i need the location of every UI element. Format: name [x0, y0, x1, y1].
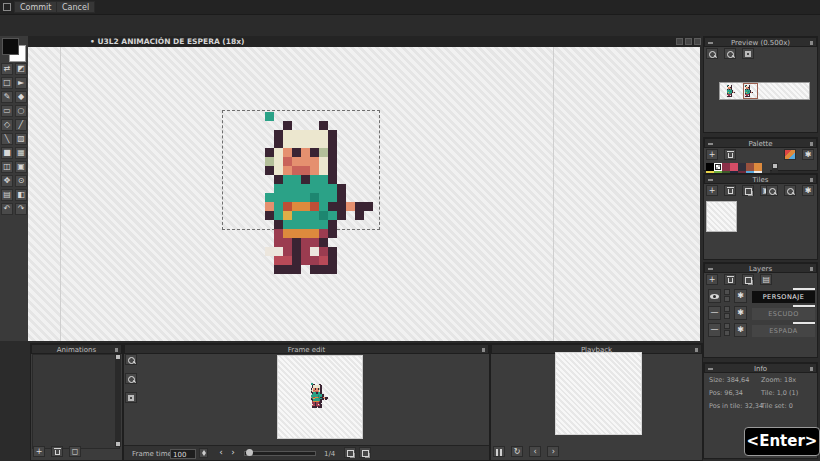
frame-slider[interactable] [244, 451, 316, 456]
pin-icon[interactable] [810, 267, 813, 271]
layer-row-espada[interactable]: —✱ESPADA [706, 322, 817, 338]
foreground-color-swatch[interactable] [2, 38, 19, 55]
pin-icon[interactable] [482, 348, 485, 352]
tool-knife[interactable]: ◇ [1, 119, 13, 131]
layer-visibility-toggle[interactable]: — [708, 323, 721, 337]
scroll-down-icon[interactable] [116, 442, 120, 446]
prev-frame-button[interactable]: ‹ [216, 447, 226, 458]
zoom-in-icon[interactable] [766, 185, 778, 196]
layer-visibility-toggle[interactable]: — [708, 306, 721, 320]
collapse-icon[interactable] [708, 368, 713, 370]
palette-swatch-0-3[interactable] [730, 163, 738, 171]
step-forward-button[interactable]: › [547, 446, 559, 457]
tool-marquee-select[interactable]: □ [1, 77, 13, 89]
tool-default-colors[interactable]: ◩ [15, 63, 27, 75]
window-close-button[interactable] [694, 38, 701, 45]
grid-toggle-icon[interactable] [742, 48, 754, 59]
select-animation-button[interactable]: ◻ [69, 446, 81, 457]
grid-toggle-icon[interactable] [125, 392, 137, 403]
layer-settings-gear-icon[interactable]: ✱ [734, 289, 747, 303]
merge-layer-button[interactable]: ▤ [760, 274, 772, 285]
zoom-in-icon[interactable] [125, 354, 137, 365]
duplicate-layer-button[interactable] [742, 274, 754, 285]
next-frame-button[interactable]: › [228, 447, 238, 458]
layer-mini-toggle[interactable] [724, 313, 730, 319]
scroll-up-icon[interactable] [116, 355, 120, 359]
pin-icon[interactable] [810, 178, 813, 182]
tool-stamp[interactable]: ▣ [15, 161, 27, 173]
palette-swatch-0-0[interactable] [706, 163, 714, 171]
layer-settings-gear-icon[interactable]: ✱ [734, 306, 747, 320]
delete-layer-button[interactable] [724, 274, 736, 285]
window-maximize-button[interactable] [685, 38, 692, 45]
tool-swap-colors[interactable]: ⇄ [1, 63, 13, 75]
layer-visibility-toggle[interactable] [708, 289, 721, 303]
onion-next-icon[interactable] [359, 447, 371, 458]
pause-button[interactable] [493, 446, 505, 457]
layer-mini-toggle[interactable] [724, 289, 730, 295]
layer-opacity-slider[interactable] [793, 288, 815, 290]
tool-hand[interactable]: ✥ [1, 175, 13, 187]
onion-prev-icon[interactable] [344, 447, 356, 458]
tool-zoom[interactable]: ⊙ [15, 175, 27, 187]
tool-tile-grid[interactable]: ▤ [1, 189, 13, 201]
scroll-up-icon[interactable] [773, 164, 777, 168]
collapse-icon[interactable] [708, 179, 713, 181]
loop-button[interactable]: ↻ [511, 446, 523, 457]
layer-mini-toggle[interactable] [724, 323, 730, 329]
step-back-button[interactable]: ‹ [529, 446, 541, 457]
color-picker-icon[interactable] [784, 149, 796, 160]
layer-row-escudo[interactable]: —✱ESCUDO [706, 305, 817, 321]
animations-list[interactable] [32, 354, 120, 449]
tool-line[interactable]: ╲ [1, 133, 13, 145]
add-animation-button[interactable]: + [33, 446, 45, 457]
layer-opacity-slider[interactable] [793, 305, 815, 307]
pin-icon[interactable] [695, 348, 698, 352]
tool-ellipse[interactable]: ○ [15, 105, 27, 117]
pin-icon[interactable] [810, 41, 813, 45]
tool-pencil[interactable]: ✎ [1, 91, 13, 103]
palette-swatch-0-5[interactable] [746, 163, 754, 171]
layer-name[interactable]: ESPADA [752, 325, 815, 337]
collapse-icon[interactable] [708, 42, 713, 44]
character-sprite[interactable] [265, 112, 382, 274]
preview-sprite-frame-1[interactable] [745, 85, 755, 98]
tool-undo[interactable]: ↶ [1, 203, 13, 215]
commit-button[interactable]: Commit [14, 1, 57, 13]
preview-sprite-frame-0[interactable] [727, 85, 737, 98]
layer-mini-toggle[interactable] [724, 330, 730, 336]
tool-fill[interactable]: ■ [1, 147, 13, 159]
tool-redo[interactable]: ↷ [15, 203, 27, 215]
tiles-settings-gear-icon[interactable]: ✱ [802, 185, 814, 196]
tool-eraser[interactable]: ◆ [15, 91, 27, 103]
add-color-button[interactable]: + [706, 149, 718, 160]
palette-swatch-0-1[interactable] [714, 163, 722, 171]
collapse-icon[interactable] [708, 143, 713, 145]
cancel-button[interactable]: Cancel [56, 1, 95, 13]
frame-edit-canvas[interactable] [277, 355, 363, 439]
palette-settings-gear-icon[interactable]: ✱ [802, 149, 814, 160]
layer-row-personaje[interactable]: ✱PERSONAJE [706, 288, 817, 304]
pin-icon[interactable] [810, 367, 813, 371]
layer-mini-toggle[interactable] [724, 306, 730, 312]
collapse-icon[interactable] [708, 268, 713, 270]
zoom-in-icon[interactable] [706, 48, 718, 59]
tool-rectangle[interactable]: ▭ [1, 105, 13, 117]
duplicate-tile-button[interactable] [742, 185, 754, 196]
pin-icon[interactable] [810, 142, 813, 146]
tool-eyedropper[interactable]: ╱ [15, 119, 27, 131]
tool-selection-box[interactable]: ◫ [1, 161, 13, 173]
add-layer-button[interactable]: + [706, 274, 718, 285]
palette-swatch-0-7[interactable] [762, 163, 770, 171]
zoom-out-icon[interactable] [784, 185, 796, 196]
window-minimize-button[interactable] [676, 38, 683, 45]
animations-scrollbar[interactable] [115, 354, 121, 447]
pin-icon[interactable] [115, 348, 118, 352]
delete-animation-button[interactable] [51, 446, 63, 457]
tool-move-cursor[interactable]: ► [15, 77, 27, 89]
layer-mini-toggle[interactable] [724, 296, 730, 302]
zoom-out-icon[interactable] [125, 373, 137, 384]
delete-color-button[interactable] [724, 149, 736, 160]
layer-name[interactable]: ESCUDO [752, 308, 815, 320]
frame-time-input[interactable]: 100 [170, 449, 196, 459]
